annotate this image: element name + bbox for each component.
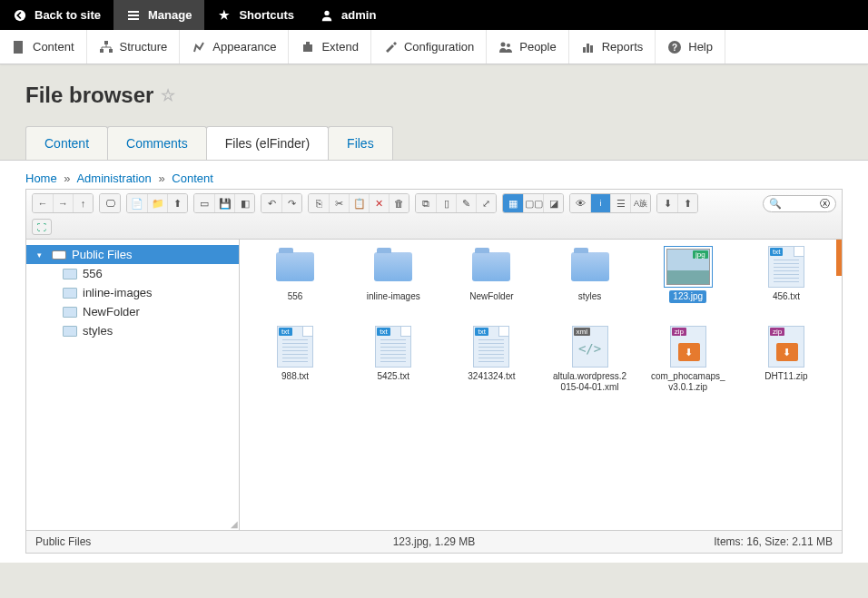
file-dht11-zip[interactable]: zip⬇DHT11.zip bbox=[740, 328, 833, 394]
file-label: 456.txt bbox=[769, 290, 804, 303]
resize-icon[interactable]: ⤢ bbox=[476, 194, 496, 212]
file-3241324-txt[interactable]: txt3241324.txt bbox=[445, 328, 538, 394]
menu-structure[interactable]: Structure bbox=[87, 30, 181, 64]
tab-comments[interactable]: Comments bbox=[107, 126, 207, 160]
nav-back-icon[interactable]: ← bbox=[33, 194, 53, 212]
redo-icon[interactable]: ↷ bbox=[281, 194, 301, 212]
menu-appearance-label: Appearance bbox=[212, 40, 276, 54]
menu-content-label: Content bbox=[33, 40, 74, 54]
file-label: styles bbox=[575, 290, 606, 303]
primary-tabs: Content Comments Files (elFinder) Files bbox=[0, 117, 868, 160]
favorite-star-icon[interactable]: ☆ bbox=[161, 85, 175, 105]
scrollbar[interactable] bbox=[836, 240, 842, 276]
search-clear-icon[interactable]: ⓧ bbox=[820, 197, 830, 211]
file-grid[interactable]: 556 inline-images NewFolder styles jpg12… bbox=[240, 240, 842, 530]
view-list-icon[interactable]: ☰ bbox=[610, 194, 630, 212]
user-menu[interactable]: admin bbox=[307, 0, 389, 30]
menu-people[interactable]: People bbox=[487, 30, 568, 64]
open-icon[interactable]: ▭ bbox=[194, 194, 214, 212]
tab-files-elfinder[interactable]: Files (elFinder) bbox=[206, 126, 329, 160]
select-all-icon[interactable]: ▦ bbox=[503, 194, 523, 212]
file-folder-newfolder[interactable]: NewFolder bbox=[445, 249, 538, 303]
resize-handle-icon[interactable]: ◢ bbox=[231, 519, 240, 528]
file-123-jpg[interactable]: jpg123.jpg bbox=[642, 249, 735, 303]
delete-icon[interactable]: ✕ bbox=[369, 194, 389, 212]
menu-help[interactable]: ? Help bbox=[656, 30, 725, 64]
crumb-admin[interactable]: Administration bbox=[76, 172, 151, 185]
select-invert-icon[interactable]: ◪ bbox=[543, 194, 563, 212]
archive-icon[interactable]: ⬆ bbox=[677, 194, 697, 212]
search-input[interactable] bbox=[787, 198, 814, 209]
getfile-icon[interactable]: ◧ bbox=[234, 194, 254, 212]
tree-label: 556 bbox=[83, 267, 103, 280]
crumb-home[interactable]: Home bbox=[25, 172, 57, 185]
elfinder-toolbar: ←→↑ 🖵 📄📁⬆ ▭💾◧ ↶↷ ⎘✂📋✕🗑 ⧉▯✎⤢ ▦▢▢◪ 👁i☰A族 ⬇… bbox=[26, 190, 842, 240]
folder-icon bbox=[63, 326, 77, 337]
file-folder-styles[interactable]: styles bbox=[543, 249, 636, 303]
search-box[interactable]: 🔍 ⓧ bbox=[763, 195, 836, 212]
menu-extend[interactable]: Extend bbox=[289, 30, 370, 64]
shortcuts-menu[interactable]: ★ Shortcuts bbox=[204, 0, 307, 30]
file-folder-inline-images[interactable]: inline-images bbox=[347, 249, 439, 303]
extract-icon[interactable]: ⬇ bbox=[657, 194, 677, 212]
edit-icon[interactable]: ✎ bbox=[456, 194, 476, 212]
view-icon[interactable]: 👁 bbox=[570, 194, 590, 212]
menu-appearance[interactable]: Appearance bbox=[180, 30, 289, 64]
file-folder-556[interactable]: 556 bbox=[249, 249, 341, 303]
upload-icon[interactable]: ⬆ bbox=[167, 194, 187, 212]
file-label: 3241324.txt bbox=[464, 370, 518, 383]
new-folder-icon[interactable]: 📁 bbox=[147, 194, 167, 212]
svg-rect-3 bbox=[104, 41, 108, 44]
shortcuts-label: Shortcuts bbox=[239, 8, 294, 22]
xml-icon: xml</> bbox=[572, 326, 608, 368]
tree-root[interactable]: ▾ Public Files bbox=[26, 245, 239, 264]
file-988-txt[interactable]: txt988.txt bbox=[249, 328, 341, 394]
user-label: admin bbox=[341, 8, 376, 22]
menu-reports[interactable]: Reports bbox=[569, 30, 656, 64]
empty-icon[interactable]: 🗑 bbox=[389, 194, 409, 212]
rename-icon[interactable]: ▯ bbox=[436, 194, 456, 212]
nav-up-icon[interactable]: ↑ bbox=[73, 194, 93, 212]
txt-icon: txt bbox=[277, 326, 313, 368]
tree-item-newfolder[interactable]: NewFolder bbox=[26, 302, 239, 321]
tab-content[interactable]: Content bbox=[25, 126, 108, 160]
nav-forward-icon[interactable]: → bbox=[53, 194, 73, 212]
fullscreen-icon[interactable]: ⛶ bbox=[32, 219, 52, 235]
txt-badge: txt bbox=[475, 328, 488, 336]
info-icon[interactable]: i bbox=[590, 194, 610, 212]
tree-label: NewFolder bbox=[83, 305, 140, 319]
manage-menu[interactable]: Manage bbox=[113, 0, 204, 30]
file-5425-txt[interactable]: txt5425.txt bbox=[347, 328, 439, 394]
tree-item-inline-images[interactable]: inline-images bbox=[26, 283, 239, 302]
tree-collapse-icon[interactable]: ▾ bbox=[37, 250, 46, 260]
folder-tree[interactable]: ▾ Public Files 556 inline-images NewFold… bbox=[26, 240, 240, 530]
tree-item-styles[interactable]: styles bbox=[26, 321, 239, 340]
admin-topbar: Back to site Manage ★ Shortcuts admin bbox=[0, 0, 868, 30]
arrow-left-icon bbox=[13, 8, 27, 23]
star-icon: ★ bbox=[217, 8, 232, 23]
menu-configuration[interactable]: Configuration bbox=[371, 30, 487, 64]
paste-icon[interactable]: 📋 bbox=[349, 194, 369, 212]
new-file-icon[interactable]: 📄 bbox=[127, 194, 147, 212]
select-none-icon[interactable]: ▢▢ bbox=[523, 194, 543, 212]
download-icon[interactable]: 💾 bbox=[214, 194, 234, 212]
encoding-icon[interactable]: A族 bbox=[630, 194, 650, 212]
file-phocamaps-zip[interactable]: zip⬇com_phocamaps_v3.0.1.zip bbox=[642, 328, 735, 394]
netmount-icon[interactable]: 🖵 bbox=[100, 194, 120, 212]
xml-badge: xml bbox=[574, 328, 590, 336]
file-456-txt[interactable]: txt456.txt bbox=[740, 249, 833, 303]
cut-icon[interactable]: ✂ bbox=[329, 194, 349, 212]
tab-files[interactable]: Files bbox=[328, 126, 393, 160]
crumb-content[interactable]: Content bbox=[172, 172, 213, 185]
menu-content[interactable]: Content bbox=[0, 30, 87, 64]
back-to-site[interactable]: Back to site bbox=[0, 0, 113, 30]
status-bar: Public Files 123.jpg, 1.29 MB Items: 16,… bbox=[26, 530, 842, 553]
people-icon bbox=[498, 40, 513, 54]
txt-badge: txt bbox=[279, 328, 291, 336]
duplicate-icon[interactable]: ⧉ bbox=[416, 194, 436, 212]
tree-item-556[interactable]: 556 bbox=[26, 264, 239, 283]
undo-icon[interactable]: ↶ bbox=[261, 194, 281, 212]
copy-icon[interactable]: ⎘ bbox=[309, 194, 329, 212]
file-altula-xml[interactable]: xml</>altula.wordpress.2015-04-01.xml bbox=[543, 328, 636, 394]
svg-rect-2 bbox=[14, 41, 23, 54]
